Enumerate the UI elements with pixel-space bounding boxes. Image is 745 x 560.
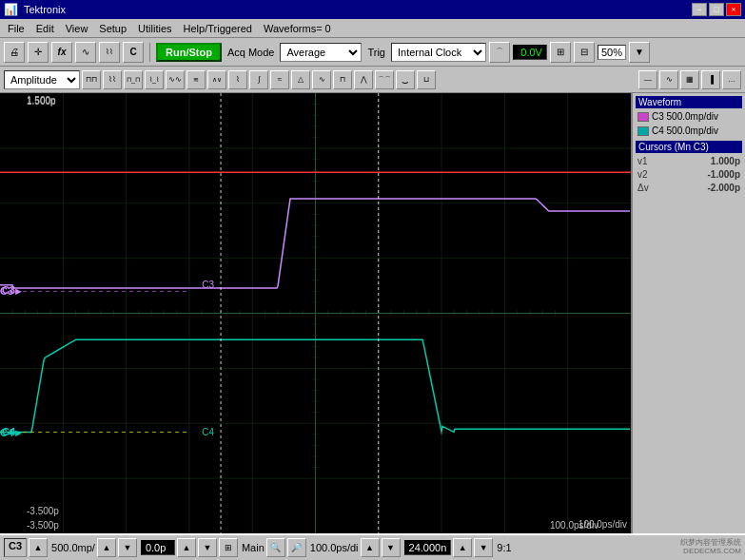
waveform-btn14[interactable]: ⋀	[354, 70, 373, 89]
legend-wave-btn[interactable]: ∿	[659, 70, 678, 89]
watermark: 织梦内容管理系统 DEDECMS.COM	[680, 539, 741, 556]
v1-value: 1.000p	[711, 156, 740, 166]
waveform-btn11[interactable]: △	[291, 70, 310, 89]
top-scale-label: 1.500p	[27, 95, 56, 106]
toolbar2: Amplitude Frequency Rise Time ⊓⊓ ⌇⌇ ⊓_⊓ …	[0, 67, 745, 93]
copy-button[interactable]: ⊞	[550, 42, 571, 63]
volts-section: 500.0mp/ ▲ ▼	[51, 538, 137, 557]
legend-extra-btn[interactable]: …	[722, 70, 741, 89]
menu-help[interactable]: Help/Triggered	[178, 22, 258, 35]
volts-down-btn[interactable]: ▼	[118, 538, 137, 557]
time-down-btn[interactable]: ▼	[474, 538, 493, 557]
toolbar: 🖨 ✛ fx ∿ ⌇⌇ C Run/Stop Acq Mode Average …	[0, 38, 745, 67]
delta-value: -2.000p	[708, 183, 740, 193]
delta-label: Δv	[637, 183, 649, 193]
trig-label: Trig	[367, 47, 385, 58]
waveform-btn8[interactable]: ⌇	[228, 70, 247, 89]
zoom-value: 50%	[598, 45, 626, 60]
cursor-v1-row: v1 1.000p	[636, 155, 742, 167]
trig-icon[interactable]: ⌒	[489, 42, 510, 63]
waveform-c4-row[interactable]: C4 500.0mp/div	[636, 125, 742, 137]
legend-bar-btn[interactable]: ▐	[701, 70, 720, 89]
app-title: Tektronix	[24, 4, 66, 15]
waveform-btn2[interactable]: ⌇⌇	[103, 70, 122, 89]
acq-mode-dropdown[interactable]: Average Sample Peak Detect Hi Res	[280, 43, 362, 62]
scope-display: 1.500p -3.500p 100.0ps/div C3 C4	[0, 93, 631, 533]
mag-plus-btn[interactable]: 🔎	[287, 538, 306, 557]
acq-mode-label: Acq Mode	[227, 47, 275, 58]
c4-color-box	[637, 126, 649, 136]
title-bar-right: − □ ×	[692, 3, 741, 16]
waveform-btn4[interactable]: ⌇_⌇	[145, 70, 164, 89]
v1-label: v1	[637, 156, 648, 166]
waveform-btn5[interactable]: ∿∿	[166, 70, 185, 89]
c4-marker: C4	[2, 426, 15, 437]
waveform-btn6[interactable]: ≋	[186, 70, 206, 89]
c3-waveform-label: C3 500.0mp/div	[652, 111, 718, 122]
volts-label: 500.0mp/	[51, 542, 95, 553]
minimize-button[interactable]: −	[692, 3, 707, 16]
pos-up-btn[interactable]: ▲	[177, 538, 196, 557]
channel-dropdown[interactable]: C3	[4, 538, 27, 557]
run-stop-button[interactable]: Run/Stop	[156, 43, 222, 62]
pos-value: 0.0p	[141, 540, 175, 555]
trig-dropdown[interactable]: Internal Clock External Ch1	[391, 43, 486, 62]
time-section: 24.000n ▲ ▼	[404, 538, 494, 557]
waveform-btn3[interactable]: ⊓_⊓	[124, 70, 143, 89]
waveform-btn10[interactable]: ≈	[270, 70, 289, 89]
c3-marker: C3	[2, 284, 15, 296]
cursor-button[interactable]: ✛	[28, 42, 49, 63]
td-down-btn[interactable]: ▼	[382, 538, 401, 557]
fx-button[interactable]: fx	[51, 42, 72, 63]
legend-line-btn[interactable]: —	[638, 70, 657, 89]
close-button[interactable]: ×	[726, 3, 741, 16]
cursor-v2-row: v2 -1.000p	[636, 168, 742, 181]
cursor-delta-row: Δv -2.000p	[636, 182, 742, 194]
td-up-btn[interactable]: ▲	[361, 538, 380, 557]
waveform-btn15[interactable]: ⌒⌒	[375, 70, 394, 89]
bottom-scale-label: -3.500p	[27, 506, 59, 516]
waveform-btn17[interactable]: ⊔	[417, 70, 436, 89]
pos-down-btn[interactable]: ▼	[198, 538, 217, 557]
cursors-section-title: Cursors (Mn C3)	[636, 141, 742, 153]
waveform-btn7[interactable]: ∧∨	[207, 70, 226, 89]
time-up-btn[interactable]: ▲	[453, 538, 472, 557]
zoom-icon-btn[interactable]: ⊞	[219, 538, 238, 557]
maximize-button[interactable]: □	[709, 3, 724, 16]
wave2-button[interactable]: ⌇⌇	[99, 42, 120, 63]
print-button[interactable]: 🖨	[4, 42, 25, 63]
waveform-btn13[interactable]: ⊓	[333, 70, 352, 89]
wave1-button[interactable]: ∿	[75, 42, 96, 63]
c4-waveform-label: C4 500.0mp/div	[652, 126, 718, 136]
legend-table-btn[interactable]: ▦	[680, 70, 699, 89]
amplitude-dropdown[interactable]: Amplitude Frequency Rise Time	[4, 70, 80, 89]
waveform-btn9[interactable]: ∫	[249, 70, 268, 89]
paste-button[interactable]: ⊟	[574, 42, 595, 63]
zoom-button[interactable]: ▼	[629, 42, 650, 63]
time-div-label: 100.0ps/div	[578, 519, 627, 530]
status-bar: C3 ▲ 500.0mp/ ▲ ▼ 0.0p ▲ ▼ ⊞ Main 🔍 🔎 10…	[0, 533, 745, 560]
c-button[interactable]: C	[123, 42, 144, 63]
voltage-value: 0.0V	[513, 45, 547, 60]
ch-up-btn[interactable]: ▲	[29, 538, 48, 557]
main-section: Main 🔍 🔎	[242, 538, 306, 557]
mag-minus-btn[interactable]: 🔍	[266, 538, 285, 557]
waveform-btn1[interactable]: ⊓⊓	[82, 70, 101, 89]
menu-utilities[interactable]: Utilities	[132, 22, 177, 35]
menu-setup[interactable]: Setup	[93, 22, 132, 35]
title-bar: 📊 Tektronix − □ ×	[0, 0, 745, 19]
menu-waveforms: Waveforms= 0	[258, 22, 337, 35]
volts-up-btn[interactable]: ▲	[97, 538, 116, 557]
time-value: 24.000n	[404, 540, 452, 555]
menu-view[interactable]: View	[60, 22, 94, 35]
menu-edit[interactable]: Edit	[30, 22, 60, 35]
timediv-label: 100.0ps/di	[310, 542, 359, 553]
waveform-section-title: Waveform	[636, 96, 742, 108]
v2-value: -1.000p	[708, 169, 740, 180]
scope-canvas[interactable]	[0, 93, 631, 533]
clock-value: 9:1	[497, 542, 511, 553]
waveform-btn16[interactable]: ‿	[396, 70, 415, 89]
menu-file[interactable]: File	[2, 22, 30, 35]
waveform-c3-row[interactable]: C3 500.0mp/div	[636, 110, 742, 123]
waveform-btn12[interactable]: ∿	[312, 70, 331, 89]
